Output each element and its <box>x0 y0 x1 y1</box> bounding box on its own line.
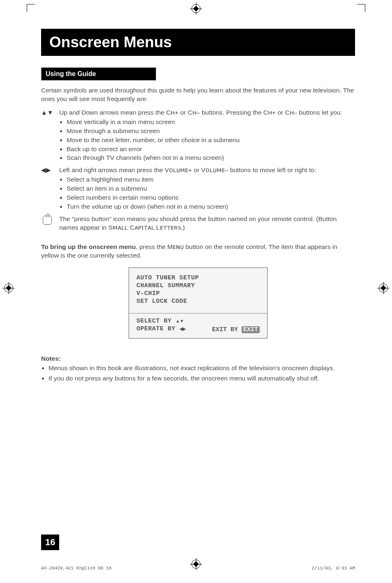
menu-line: SET LOCK CODE <box>136 298 260 305</box>
note-item: Menus shown in this book are illustratio… <box>48 364 355 373</box>
up-down-icon: ▲▼ <box>175 318 184 323</box>
note-item: If you do not press any buttons for a fe… <box>48 374 355 383</box>
menu-operate-row: OPERATE BY ◀▶ <box>136 325 185 332</box>
menu-select-row: SELECT BY ▲▼ <box>136 318 185 325</box>
bullet: Back up to correct an error <box>67 145 355 154</box>
registration-mark <box>4 283 13 293</box>
registration-mark <box>191 4 201 13</box>
up-down-arrow-icon: ▲▼ <box>41 108 54 163</box>
footer: AV-20420,421 English OK 16 2/11/03, 9:33… <box>41 566 355 571</box>
menu-exit-row: EXIT BY EXIT <box>212 326 260 333</box>
section-heading: Using the Guide <box>41 67 156 81</box>
page-title: Onscreen Menus <box>41 29 355 56</box>
bring-up-text: To bring up the onscreen menu, press the… <box>41 243 355 260</box>
bullet: Move through a submenu screen <box>67 127 355 136</box>
registration-mark <box>379 283 388 293</box>
menu-line: V-CHIP <box>136 290 260 297</box>
menu-line: CHANNEL SUMMARY <box>136 282 260 289</box>
page-number: 16 <box>41 535 59 550</box>
crop-mark <box>357 4 365 12</box>
crop-mark <box>27 4 35 12</box>
exit-key-label: EXIT <box>242 326 260 333</box>
press-button-icon <box>43 216 52 225</box>
left-right-arrow-icon: ◀▶ <box>41 166 54 212</box>
footer-right: 2/11/03, 9:33 AM <box>311 566 355 571</box>
bullet: Move to the next letter, number, or othe… <box>67 136 355 145</box>
bullet: Scan through TV channels (when not in a … <box>67 154 355 162</box>
menu-line: AUTO TUNER SETUP <box>136 274 260 281</box>
item-lead: The "press button" icon means you should… <box>59 215 337 231</box>
bullet: Select a highlighted menu item <box>67 175 355 184</box>
left-right-icon: ◀▶ <box>180 326 185 331</box>
onscreen-menu-illustration: AUTO TUNER SETUP CHANNEL SUMMARY V-CHIP … <box>129 267 267 339</box>
bullet: Select an item in a submenu <box>67 184 355 193</box>
symbol-item-leftright: ◀▶ Left and right arrows mean press the … <box>41 166 355 212</box>
bring-up-bold: To bring up the onscreen menu <box>41 243 136 250</box>
page-content: Onscreen Menus Using the Guide Certain s… <box>0 0 392 383</box>
bullet: Move vertically in a main menu screen <box>67 118 355 127</box>
symbol-item-press: The "press button" icon means you should… <box>41 215 355 232</box>
symbol-item-updown: ▲▼ Up and Down arrows mean press the Cʜ+… <box>41 108 355 163</box>
item-lead: Up and Down arrows mean press the Cʜ+ or… <box>59 109 342 116</box>
item-lead: Left and right arrows mean press the Vᴏʟ… <box>59 166 316 173</box>
bullet: Select numbers in certain menu options <box>67 194 355 202</box>
bullet: Turn the volume up or down (when not in … <box>67 203 355 211</box>
intro-text: Certain symbols are used throughout this… <box>41 86 355 104</box>
footer-left: AV-20420,421 English OK 16 <box>41 566 112 571</box>
notes-heading: Notes: <box>41 355 355 362</box>
